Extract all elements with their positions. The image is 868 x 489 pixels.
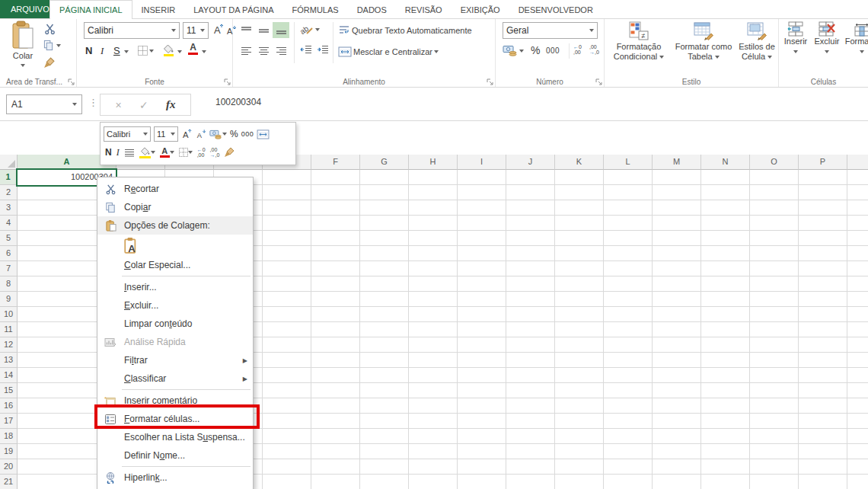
tab-layout-da-pagina[interactable]: LAYOUT DA PÁGINA bbox=[184, 0, 282, 19]
column-header-j[interactable]: J bbox=[506, 155, 555, 170]
mini-fill-color-button[interactable] bbox=[139, 147, 155, 158]
align-left-button[interactable] bbox=[238, 43, 254, 59]
tab-inserir[interactable]: INSERIR bbox=[132, 0, 185, 19]
borders-button[interactable] bbox=[138, 46, 154, 56]
chevron-down-icon[interactable] bbox=[202, 50, 206, 53]
mini-font-size-combo[interactable]: 11 bbox=[154, 126, 178, 142]
decrease-indent-button[interactable] bbox=[300, 45, 312, 55]
mini-accounting-button[interactable] bbox=[209, 129, 227, 139]
dialog-launcher-icon[interactable] bbox=[67, 78, 75, 85]
menu-item-colar-especial[interactable]: Colar Especial... bbox=[97, 256, 253, 274]
mini-bold-button[interactable]: N bbox=[105, 147, 112, 158]
row-header-21[interactable]: 21 bbox=[0, 475, 18, 489]
tab-revisao[interactable]: REVISÃO bbox=[396, 0, 452, 19]
column-header-n[interactable]: N bbox=[701, 155, 750, 170]
row-header-16[interactable]: 16 bbox=[0, 398, 18, 414]
menu-item-opcoes-de-colagem[interactable]: Opções de Colagem: bbox=[97, 216, 253, 235]
column-header-o[interactable]: O bbox=[750, 155, 799, 170]
tab-dados[interactable]: DADOS bbox=[348, 0, 396, 19]
menu-item-formatar-celulas[interactable]: Formatar células... bbox=[97, 410, 253, 428]
cut-button[interactable] bbox=[43, 23, 56, 35]
increase-indent-button[interactable] bbox=[317, 45, 329, 55]
column-header-h[interactable]: H bbox=[409, 155, 458, 170]
mini-percent-button[interactable]: % bbox=[230, 129, 238, 139]
menu-item-inserir[interactable]: Inserir... bbox=[97, 278, 253, 296]
column-header-m[interactable]: M bbox=[653, 155, 701, 170]
column-header-i[interactable]: I bbox=[458, 155, 506, 170]
mini-italic-button[interactable]: I bbox=[116, 147, 120, 158]
row-header-7[interactable]: 7 bbox=[0, 261, 18, 276]
align-bottom-button[interactable] bbox=[273, 22, 289, 38]
orientation-button[interactable]: ab bbox=[300, 24, 320, 36]
chevron-down-icon[interactable] bbox=[177, 50, 182, 53]
accounting-format-button[interactable] bbox=[503, 45, 524, 56]
paste-button[interactable]: Colar bbox=[6, 21, 40, 69]
number-format-combo[interactable]: Geral bbox=[503, 22, 598, 39]
row-header-9[interactable]: 9 bbox=[0, 292, 18, 307]
underline-button[interactable]: S bbox=[113, 45, 120, 56]
menu-item-excluir[interactable]: Excluir... bbox=[97, 296, 253, 315]
menu-item-classificar[interactable]: Classificar▶ bbox=[97, 369, 253, 388]
delete-cells-button[interactable]: Excluir bbox=[812, 21, 842, 55]
align-top-button[interactable] bbox=[238, 22, 254, 38]
format-painter-button[interactable] bbox=[43, 57, 55, 69]
mini-increase-decimal-button[interactable]: ←0,00 bbox=[197, 147, 206, 158]
fill-color-button[interactable] bbox=[162, 44, 174, 56]
format-as-table-button[interactable]: Formatar como Tabela bbox=[672, 21, 736, 62]
align-center-button[interactable] bbox=[255, 43, 272, 59]
bold-button[interactable]: N bbox=[85, 45, 92, 56]
mini-grow-font-button[interactable]: A bbox=[181, 129, 193, 140]
mini-shrink-font-button[interactable]: A bbox=[196, 129, 206, 139]
insert-function-icon[interactable]: fx bbox=[166, 98, 176, 111]
percent-style-button[interactable]: % bbox=[531, 44, 540, 56]
font-size-combo[interactable]: 11 bbox=[183, 22, 209, 39]
tab-formulas[interactable]: FÓRMULAS bbox=[283, 0, 348, 19]
column-header-q[interactable]: Q bbox=[847, 155, 868, 170]
wrap-text-button[interactable]: Quebrar Texto Automaticamente bbox=[338, 25, 472, 36]
tab-exibicao[interactable]: EXIBIÇÃO bbox=[452, 0, 509, 19]
mini-comma-button[interactable]: 000 bbox=[241, 130, 254, 138]
mini-merge-center-button[interactable] bbox=[257, 129, 270, 139]
insert-cells-button[interactable]: Inserir bbox=[780, 21, 811, 55]
cancel-icon[interactable]: × bbox=[116, 99, 122, 111]
row-header-12[interactable]: 12 bbox=[0, 337, 18, 353]
column-header-k[interactable]: K bbox=[555, 155, 604, 170]
dialog-launcher-icon[interactable] bbox=[223, 78, 231, 85]
row-header-10[interactable]: 10 bbox=[0, 307, 18, 322]
cell-styles-button[interactable]: Estilos de Célula bbox=[737, 21, 777, 62]
decrease-decimal-button[interactable]: ,00→,0 bbox=[589, 44, 599, 55]
row-header-11[interactable]: 11 bbox=[0, 322, 18, 337]
row-header-18[interactable]: 18 bbox=[0, 429, 18, 444]
menu-item-inserir-comentario[interactable]: *Inserir comentário bbox=[97, 392, 253, 410]
menu-item-copiar[interactable]: Copiar bbox=[97, 198, 253, 216]
menu-item-hiperlink[interactable]: Hiperlink... bbox=[97, 468, 253, 487]
mini-center-button[interactable] bbox=[124, 149, 135, 157]
row-header-19[interactable]: 19 bbox=[0, 444, 18, 459]
row-header-13[interactable]: 13 bbox=[0, 353, 18, 368]
merge-center-button[interactable]: Mesclar e Centralizar bbox=[338, 46, 439, 57]
font-name-combo[interactable]: Calibri bbox=[84, 22, 180, 39]
mini-font-name-combo[interactable]: Calibri bbox=[104, 126, 151, 142]
format-cells-button[interactable]: Formatar bbox=[843, 21, 868, 55]
enter-icon[interactable]: ✓ bbox=[139, 99, 148, 111]
menu-item-limpar-conteudo[interactable]: Limpar conteúdo bbox=[97, 315, 253, 333]
row-header-2[interactable]: 2 bbox=[0, 185, 18, 200]
row-header-5[interactable]: 5 bbox=[0, 231, 18, 246]
select-all-corner[interactable] bbox=[0, 155, 18, 170]
increase-decimal-button[interactable]: ←0,00 bbox=[573, 44, 582, 55]
grow-font-button[interactable]: A bbox=[212, 24, 225, 36]
name-box-resizer[interactable]: ⋮ bbox=[88, 97, 98, 108]
row-header-17[interactable]: 17 bbox=[0, 414, 18, 429]
row-header-15[interactable]: 15 bbox=[0, 383, 18, 398]
row-header-6[interactable]: 6 bbox=[0, 246, 18, 261]
tab-desenvolvedor[interactable]: DESENVOLVEDOR bbox=[509, 0, 602, 19]
column-header-p[interactable]: P bbox=[799, 155, 847, 170]
row-header-20[interactable]: 20 bbox=[0, 459, 18, 475]
mini-borders-button[interactable] bbox=[179, 148, 193, 157]
copy-button[interactable] bbox=[43, 40, 61, 51]
row-header-14[interactable]: 14 bbox=[0, 368, 18, 383]
row-header-3[interactable]: 3 bbox=[0, 200, 18, 216]
tab-pagina-inicial[interactable]: PÁGINA INICIAL bbox=[49, 0, 132, 19]
align-right-button[interactable] bbox=[273, 43, 289, 59]
menu-item-definir-nome[interactable]: Definir Nome... bbox=[97, 446, 253, 465]
